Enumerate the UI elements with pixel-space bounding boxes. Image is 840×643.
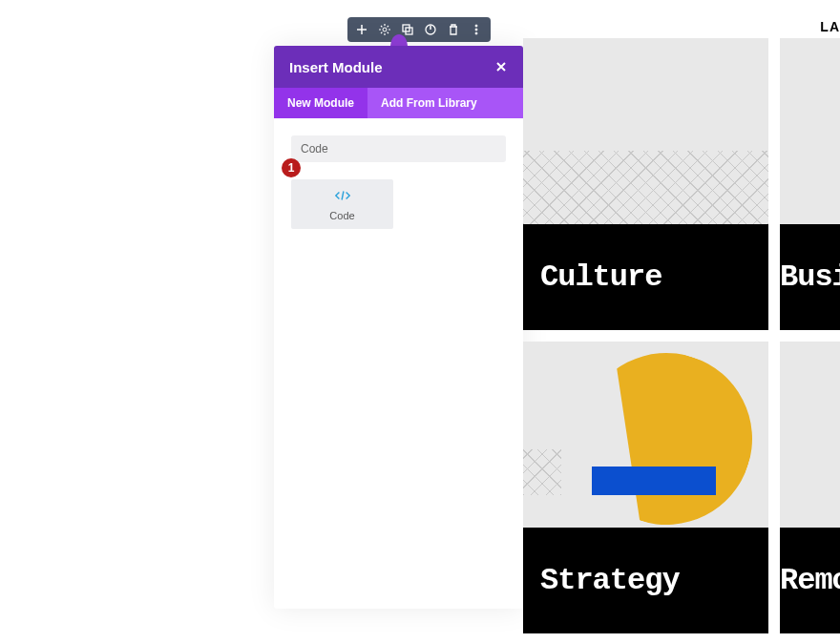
module-search-input[interactable] xyxy=(291,135,506,162)
svg-point-4 xyxy=(475,25,477,27)
gear-icon[interactable] xyxy=(378,23,391,36)
svg-point-6 xyxy=(475,32,477,34)
content-grid: Culture Busi Strategy Remo xyxy=(523,38,840,633)
card-label-band: Busi xyxy=(780,224,840,330)
module-tile-code[interactable]: Code xyxy=(291,179,393,229)
duplicate-icon[interactable] xyxy=(401,23,414,36)
card-label-band: Culture xyxy=(523,224,768,330)
card-business[interactable]: Busi xyxy=(780,38,840,330)
card-label: Strategy xyxy=(540,563,680,598)
blue-shape xyxy=(592,467,716,495)
card-remote[interactable]: Remo xyxy=(780,342,840,633)
card-label: Remo xyxy=(780,563,840,598)
svg-point-0 xyxy=(383,28,387,31)
yellow-shape xyxy=(558,342,768,547)
page-top-label: LA xyxy=(820,19,840,34)
module-tile-label: Code xyxy=(329,210,354,221)
card-label: Busi xyxy=(780,259,840,295)
modal-header: Insert Module xyxy=(274,46,523,88)
modal-body: Code xyxy=(274,118,523,246)
module-toolbar xyxy=(347,17,491,42)
annotation-badge-1: 1 xyxy=(282,158,301,177)
insert-module-modal: Insert Module New Module Add From Librar… xyxy=(274,46,523,609)
card-label-band: Remo xyxy=(780,528,840,633)
card-label-band: Strategy xyxy=(523,528,768,633)
pattern-decoration xyxy=(523,151,768,224)
trash-icon[interactable] xyxy=(447,23,460,36)
card-label: Culture xyxy=(540,259,662,295)
card-strategy[interactable]: Strategy xyxy=(523,342,768,633)
more-icon[interactable] xyxy=(470,23,483,36)
modal-title: Insert Module xyxy=(289,59,383,75)
shape-decoration xyxy=(523,342,768,528)
card-culture[interactable]: Culture xyxy=(523,38,768,330)
close-icon[interactable] xyxy=(494,60,508,73)
code-icon xyxy=(334,189,351,206)
tab-new-module[interactable]: New Module xyxy=(274,88,368,118)
pattern-decoration xyxy=(523,449,561,495)
modal-tabs: New Module Add From Library xyxy=(274,88,523,118)
svg-point-5 xyxy=(475,29,477,31)
power-icon[interactable] xyxy=(424,23,437,36)
tab-add-from-library[interactable]: Add From Library xyxy=(368,88,491,118)
plus-icon[interactable] xyxy=(355,23,368,36)
